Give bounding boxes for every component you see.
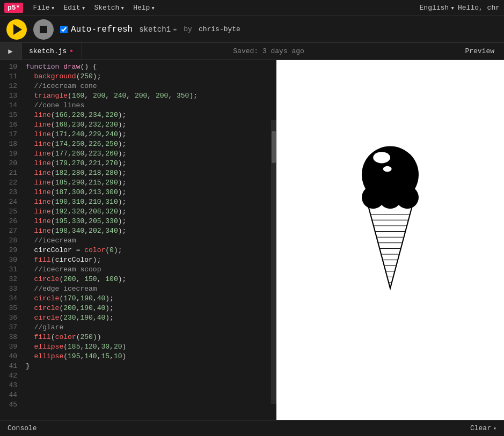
code-line: line(174,250,226,250); bbox=[26, 139, 272, 149]
line-number: 25 bbox=[0, 207, 17, 217]
line-number: 35 bbox=[0, 304, 17, 313]
code-line: fill(color(250)) bbox=[26, 332, 272, 342]
greeting-text: Hello, chr bbox=[458, 4, 500, 12]
code-line: //icecream bbox=[26, 236, 272, 246]
code-line: } bbox=[26, 361, 272, 371]
line-number: 43 bbox=[0, 381, 17, 390]
code-line: line(185,290,215,290); bbox=[26, 178, 272, 188]
preview-canvas bbox=[276, 60, 504, 420]
line-number: 23 bbox=[0, 188, 17, 197]
code-line: line(177,260,223,260); bbox=[26, 149, 272, 159]
code-editor: 1011121314151617181920212223242526272829… bbox=[0, 60, 276, 420]
line-number: 41 bbox=[0, 361, 17, 371]
code-line: line(192,320,208,320); bbox=[26, 207, 272, 217]
code-line: circle(200,190,40); bbox=[26, 304, 272, 313]
line-number: 37 bbox=[0, 323, 17, 332]
code-line: //glare bbox=[26, 323, 272, 332]
auto-refresh-label: Auto-refresh bbox=[71, 25, 133, 34]
tabs-row: ▶ sketch.js • Saved: 3 days ago Preview bbox=[0, 43, 504, 60]
help-menu[interactable]: Help ▾ bbox=[129, 4, 159, 12]
line-number: 34 bbox=[0, 294, 17, 304]
help-menu-arrow: ▾ bbox=[151, 4, 155, 12]
line-number: 32 bbox=[0, 275, 17, 284]
line-number: 24 bbox=[0, 197, 17, 207]
sketch-menu[interactable]: Sketch ▾ bbox=[90, 4, 129, 12]
svg-point-18 bbox=[396, 186, 419, 209]
language-button[interactable]: English ▾ bbox=[420, 4, 455, 12]
edit-menu-arrow: ▾ bbox=[82, 4, 86, 12]
line-number: 15 bbox=[0, 110, 17, 120]
stop-button[interactable] bbox=[33, 19, 54, 40]
line-number: 38 bbox=[0, 332, 17, 342]
chevron-down-icon: ▾ bbox=[493, 425, 496, 432]
topbar: p5* File ▾ Edit ▾ Sketch ▾ Help ▾ Englis… bbox=[0, 0, 504, 16]
line-number: 29 bbox=[0, 246, 17, 255]
code-line: line(198,340,202,340); bbox=[26, 226, 272, 236]
code-line: //icecream cone bbox=[26, 82, 272, 91]
code-line: line(182,280,218,280); bbox=[26, 168, 272, 178]
by-text: by bbox=[184, 25, 192, 33]
line-number: 28 bbox=[0, 236, 17, 246]
line-number: 40 bbox=[0, 352, 17, 361]
scrollbar-thumb[interactable] bbox=[272, 131, 276, 163]
author-text: chris-byte bbox=[199, 25, 240, 33]
code-line: line(187,300,213,300); bbox=[26, 188, 272, 197]
code-line: line(168,230,232,230); bbox=[26, 120, 272, 130]
tab-modified-dot: • bbox=[69, 47, 74, 56]
line-number: 44 bbox=[0, 390, 17, 400]
p5-logo: p5* bbox=[4, 3, 23, 13]
code-line: line(166,220,234,220); bbox=[26, 110, 272, 120]
code-line: line(190,310,210,310); bbox=[26, 197, 272, 207]
sketch-menu-arrow: ▾ bbox=[120, 4, 125, 12]
preview-area bbox=[276, 60, 504, 420]
code-line: circle(200, 150, 100); bbox=[26, 275, 272, 284]
line-number: 16 bbox=[0, 120, 17, 130]
toolbar: Auto-refresh sketch1 ✏️ by chris-byte bbox=[0, 16, 504, 43]
vertical-scrollbar[interactable] bbox=[271, 120, 276, 404]
saved-status: Saved: 3 days ago bbox=[82, 43, 456, 60]
line-number: 27 bbox=[0, 226, 17, 236]
line-number: 33 bbox=[0, 284, 17, 294]
line-numbers: 1011121314151617181920212223242526272829… bbox=[0, 60, 21, 420]
sketch-js-tab[interactable]: sketch.js • bbox=[21, 43, 82, 60]
preview-tab[interactable]: Preview bbox=[455, 43, 504, 60]
play-icon bbox=[13, 24, 22, 35]
line-number: 19 bbox=[0, 149, 17, 159]
stop-icon bbox=[40, 26, 47, 33]
line-number: 14 bbox=[0, 101, 17, 110]
console-bar: Console Clear ▾ bbox=[0, 420, 504, 436]
code-line: triangle(160, 200, 240, 200, 200, 350); bbox=[26, 91, 272, 101]
code-line: circle(170,190,40); bbox=[26, 294, 272, 304]
play-button[interactable] bbox=[6, 19, 27, 40]
code-line: line(171,240,229,240); bbox=[26, 130, 272, 139]
tab-arrow-button[interactable]: ▶ bbox=[0, 43, 21, 60]
line-number: 17 bbox=[0, 130, 17, 139]
line-number: 21 bbox=[0, 168, 17, 178]
line-number: 13 bbox=[0, 91, 17, 101]
auto-refresh-checkbox[interactable] bbox=[60, 26, 68, 33]
edit-sketch-icon[interactable]: ✏️ bbox=[173, 25, 177, 33]
file-menu[interactable]: File ▾ bbox=[28, 4, 59, 12]
code-line: fill(circColor); bbox=[26, 255, 272, 265]
edit-menu[interactable]: Edit ▾ bbox=[59, 4, 90, 12]
line-number: 39 bbox=[0, 342, 17, 352]
line-number: 45 bbox=[0, 400, 17, 410]
code-line: ellipse(185,120,30,20) bbox=[26, 342, 272, 352]
line-number: 18 bbox=[0, 139, 17, 149]
file-menu-arrow: ▾ bbox=[51, 4, 55, 12]
topbar-left: p5* File ▾ Edit ▾ Sketch ▾ Help ▾ bbox=[4, 3, 159, 13]
code-line: line(195,330,205,330); bbox=[26, 217, 272, 226]
line-number: 30 bbox=[0, 255, 17, 265]
code-line: circle(230,190,40); bbox=[26, 313, 272, 323]
code-line: line(179,270,221,270); bbox=[26, 159, 272, 168]
clear-button[interactable]: Clear ▾ bbox=[470, 424, 496, 432]
line-number: 10 bbox=[0, 62, 17, 72]
svg-point-20 bbox=[383, 166, 392, 172]
line-number: 42 bbox=[0, 371, 17, 381]
line-number: 20 bbox=[0, 159, 17, 168]
line-number: 26 bbox=[0, 217, 17, 226]
code-line: //icecream scoop bbox=[26, 265, 272, 275]
console-label: Console bbox=[8, 424, 37, 432]
code-content[interactable]: function draw() { background(250); //ice… bbox=[21, 60, 276, 420]
line-number: 31 bbox=[0, 265, 17, 275]
